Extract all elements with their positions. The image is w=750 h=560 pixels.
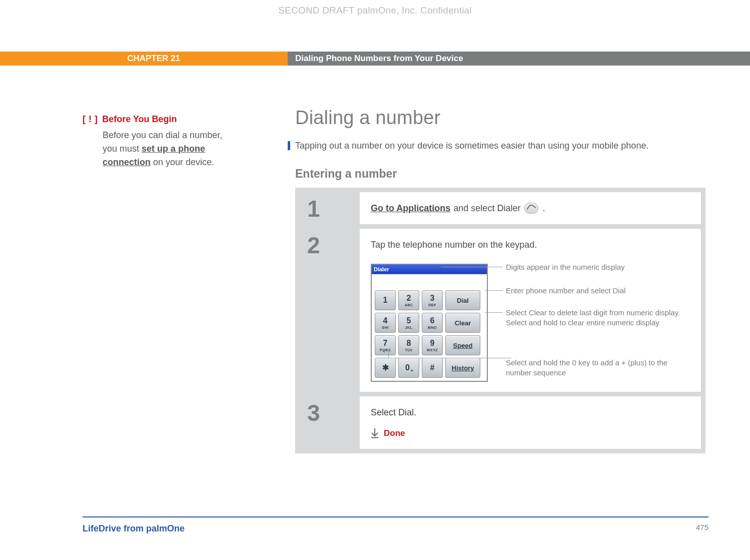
key-0-label: 0 xyxy=(405,364,410,372)
callout-dial: Enter phone number and select Dial xyxy=(506,286,686,296)
step2-text: Tap the telephone number on the keypad. xyxy=(371,239,691,251)
key-3[interactable]: 3DEF xyxy=(422,290,443,310)
page-number: 475 xyxy=(696,522,708,534)
key-8-label: 8 xyxy=(407,339,411,347)
step-3: 3 Select Dial. Done xyxy=(300,396,701,449)
step-number: 3 xyxy=(300,396,360,449)
key-1[interactable]: 1 xyxy=(375,290,396,310)
key-0[interactable]: 0+ xyxy=(398,358,419,378)
callout-text: Select and hold the 0 key to add a + (pl… xyxy=(506,358,667,377)
key-4-label: 4 xyxy=(383,317,388,325)
callout-zero-plus: Select and hold the 0 key to add a + (pl… xyxy=(506,358,686,378)
key-3-label: 3 xyxy=(430,294,435,302)
key-6-label: 6 xyxy=(430,317,435,325)
done-arrow-icon xyxy=(371,428,379,438)
step-number: 2 xyxy=(300,229,360,392)
callouts: Digits appear in the numeric display Ent… xyxy=(506,264,691,382)
section-heading: Entering a number xyxy=(295,166,705,182)
confidential-watermark: SECOND DRAFT palmOne, Inc. Confidential xyxy=(0,4,750,17)
done-label: Done xyxy=(384,428,405,439)
key-4-sub: GHI xyxy=(382,326,389,329)
callout-numeric-display: Digits appear in the numeric display xyxy=(506,262,686,272)
step1-text: and select Dialer xyxy=(453,202,520,214)
dialer-app-icon xyxy=(524,203,538,214)
page-title: Dialing a number xyxy=(295,105,705,131)
product-name: LifeDrive from palmOne xyxy=(83,522,185,534)
done-row: Done xyxy=(371,428,691,439)
key-5-label: 5 xyxy=(407,317,411,325)
key-5-sub: JKL xyxy=(405,326,413,329)
go-to-applications-link[interactable]: Go to Applications xyxy=(371,202,450,214)
dialer-keypad-screenshot: Dialer 1 2ABC 3DEF Dial 4GHI 5JKL 6MNO C… xyxy=(371,264,488,382)
step-number: 1 xyxy=(300,192,360,224)
step-1: 1 Go to Applications and select Dialer . xyxy=(300,192,701,224)
key-7-label: 7 xyxy=(383,339,388,347)
step1-period: . xyxy=(542,202,545,214)
dial-button[interactable]: Dial xyxy=(445,290,480,310)
key-2-label: 2 xyxy=(407,294,411,302)
callout-text: Select Clear to delete last digit from n… xyxy=(506,308,680,327)
steps-container: 1 Go to Applications and select Dialer .… xyxy=(295,188,705,454)
step3-text: Select Dial. xyxy=(371,406,691,418)
key-2[interactable]: 2ABC xyxy=(398,290,419,310)
page-footer: LifeDrive from palmOne 475 xyxy=(83,516,708,534)
key-6[interactable]: 6MNO xyxy=(422,313,443,333)
key-hash[interactable]: # xyxy=(422,358,443,378)
key-5[interactable]: 5JKL xyxy=(398,313,419,333)
sidebar-body-post: on your device. xyxy=(151,157,214,167)
key-4[interactable]: 4GHI xyxy=(375,313,396,333)
key-star[interactable]: ✱ xyxy=(375,358,396,378)
keypad-titlebar: Dialer xyxy=(372,265,487,274)
sidebar-body: Before you can dial a number, you must s… xyxy=(103,129,228,169)
lede-text: Tapping out a number on your device is s… xyxy=(295,140,705,152)
chapter-label: CHAPTER 21 xyxy=(0,52,288,66)
before-you-begin-note: [ ! ] Before You Begin Before you can di… xyxy=(83,113,228,169)
alert-marker: [ ! ] xyxy=(83,114,98,124)
change-bar-icon xyxy=(288,141,290,150)
key-2-sub: ABC xyxy=(405,303,413,307)
chapter-bar: CHAPTER 21 Dialing Phone Numbers from Yo… xyxy=(0,52,750,66)
chapter-title: Dialing Phone Numbers from Your Device xyxy=(288,52,750,66)
key-0-plus: + xyxy=(411,369,413,373)
key-9-label: 9 xyxy=(430,339,435,347)
callout-clear: Select Clear to delete last digit from n… xyxy=(506,308,686,328)
key-3-sub: DEF xyxy=(428,303,436,307)
clear-button[interactable]: Clear xyxy=(445,313,480,333)
numeric-display xyxy=(372,274,487,287)
callout-text: Digits appear in the numeric display xyxy=(506,263,625,271)
main-content: Dialing a number Tapping out a number on… xyxy=(295,105,705,453)
sidebar-heading: Before You Begin xyxy=(102,114,177,124)
step-2: 2 Tap the telephone number on the keypad… xyxy=(300,229,701,392)
history-button[interactable]: History xyxy=(445,358,480,378)
key-6-sub: MNO xyxy=(428,326,437,329)
callout-text: Enter phone number and select Dial xyxy=(506,286,625,295)
key-1-label: 1 xyxy=(383,296,388,304)
